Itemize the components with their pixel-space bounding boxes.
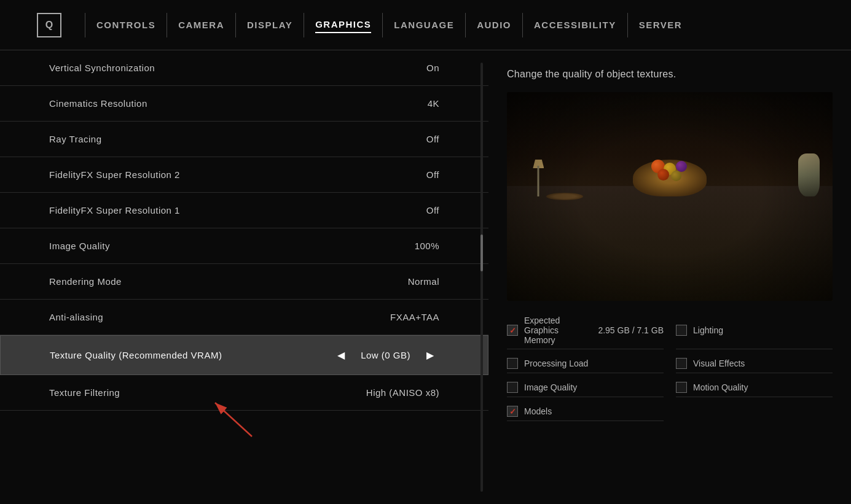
nav-divider-7 — [522, 13, 523, 37]
settings-row-2[interactable]: Ray TracingOff — [0, 122, 488, 157]
nav-divider-1 — [85, 13, 85, 37]
checkbox-box[interactable] — [507, 358, 518, 369]
nav-item-accessibility[interactable]: ACCESSIBILITY — [534, 17, 616, 33]
settings-row-8[interactable]: Texture Quality (Recommended VRAM)◀Low (… — [0, 335, 488, 375]
settings-label-5: Image Quality — [49, 241, 110, 251]
scrollbar-area[interactable] — [480, 50, 484, 504]
preview-image — [507, 92, 833, 301]
settings-row-7[interactable]: Anti-aliasingFXAA+TAA — [0, 300, 488, 335]
checkbox-label: Image Quality — [524, 382, 664, 392]
settings-row-1[interactable]: Cinematics Resolution4K — [0, 86, 488, 122]
checkbox-label: Models — [524, 406, 664, 416]
checkbox-row-processing-load[interactable]: Processing Load — [507, 354, 664, 373]
checkbox-box[interactable] — [507, 382, 518, 393]
scrollbar-track — [480, 63, 483, 492]
checkbox-box[interactable] — [676, 325, 687, 336]
scene-vignette — [507, 92, 833, 301]
settings-value-6: Normal — [408, 276, 439, 287]
settings-row-6[interactable]: Rendering ModeNormal — [0, 264, 488, 300]
settings-value-0: On — [426, 63, 439, 73]
checkbox-value: 2.95 GB / 7.1 GB — [598, 325, 664, 335]
checkbox-label: Processing Load — [524, 359, 664, 368]
checkmark-icon: ✓ — [509, 407, 516, 416]
nav-item-display[interactable]: DISPLAY — [247, 17, 292, 33]
nav-item-camera[interactable]: CAMERA — [178, 17, 224, 33]
checkmark-icon: ✓ — [509, 326, 516, 335]
settings-value-9: High (ANISO x8) — [366, 387, 439, 398]
settings-label-1: Cinematics Resolution — [49, 98, 147, 109]
settings-row-4[interactable]: FidelityFX Super Resolution 1Off — [0, 193, 488, 228]
checkbox-label: Expected Graphics Memory — [524, 316, 592, 345]
arrow-control: ◀Low (0 GB)▶ — [332, 347, 439, 363]
checkbox-box[interactable] — [676, 382, 687, 393]
settings-label-7: Anti-aliasing — [49, 312, 103, 322]
checkbox-row-models[interactable]: ✓Models — [507, 402, 664, 421]
settings-value-4: Off — [426, 205, 439, 215]
settings-label-0: Vertical Synchronization — [49, 63, 155, 73]
checkbox-row-motion-quality[interactable]: Motion Quality — [676, 378, 833, 397]
settings-value-2: Off — [426, 134, 439, 144]
top-nav: Q CONTROLS CAMERA DISPLAY GRAPHICS LANGU… — [0, 0, 851, 50]
nav-divider-2 — [167, 13, 167, 37]
nav-item-controls[interactable]: CONTROLS — [96, 17, 155, 33]
preview-description: Change the quality of object textures. — [507, 69, 833, 80]
settings-row-5[interactable]: Image Quality100% — [0, 228, 488, 264]
scrollbar-thumb — [480, 235, 483, 271]
settings-value-7: FXAA+TAA — [390, 312, 439, 322]
nav-item-language[interactable]: LANGUAGE — [394, 17, 454, 33]
settings-label-2: Ray Tracing — [49, 134, 102, 144]
nav-divider-8 — [627, 13, 628, 37]
nav-divider-5 — [382, 13, 383, 37]
checkbox-box[interactable]: ✓ — [507, 325, 518, 336]
left-panel: Vertical SynchronizationOnCinematics Res… — [0, 50, 488, 504]
nav-item-server[interactable]: SERVER — [639, 17, 682, 33]
settings-label-4: FidelityFX Super Resolution 1 — [49, 205, 180, 215]
checkboxes-panel: ✓Expected Graphics Memory2.95 GB / 7.1 G… — [507, 312, 833, 421]
settings-value-5: 100% — [415, 241, 439, 251]
right-panel: Change the quality of object textures. — [488, 50, 851, 504]
settings-value-3: Off — [426, 169, 439, 180]
checkbox-row-lighting[interactable]: Lighting — [676, 312, 833, 349]
nav-divider-4 — [304, 13, 304, 37]
settings-value-1: 4K — [428, 98, 439, 109]
nav-item-audio[interactable]: AUDIO — [477, 17, 511, 33]
settings-label-6: Rendering Mode — [49, 276, 122, 287]
settings-label-8: Texture Quality (Recommended VRAM) — [50, 350, 222, 360]
nav-logo-q[interactable]: Q — [37, 13, 61, 37]
settings-label-3: FidelityFX Super Resolution 2 — [49, 169, 180, 180]
settings-row-0[interactable]: Vertical SynchronizationOn — [0, 50, 488, 86]
main-content: Vertical SynchronizationOnCinematics Res… — [0, 50, 851, 504]
checkbox-row-expected-graphics-memory[interactable]: ✓Expected Graphics Memory2.95 GB / 7.1 G… — [507, 312, 664, 349]
checkbox-label: Lighting — [693, 325, 833, 335]
settings-row-3[interactable]: FidelityFX Super Resolution 2Off — [0, 157, 488, 193]
scene-background — [507, 92, 833, 301]
settings-list: Vertical SynchronizationOnCinematics Res… — [0, 50, 488, 411]
nav-divider-3 — [235, 13, 236, 37]
checkbox-box[interactable] — [676, 358, 687, 369]
settings-row-9[interactable]: Texture FilteringHigh (ANISO x8) — [0, 375, 488, 411]
checkbox-row-image-quality[interactable]: Image Quality — [507, 378, 664, 397]
settings-value-8: Low (0 GB) — [361, 350, 410, 360]
checkbox-label: Visual Effects — [693, 359, 833, 368]
checkbox-box[interactable]: ✓ — [507, 406, 518, 417]
arrow-right-btn[interactable]: ▶ — [422, 347, 439, 363]
settings-label-9: Texture Filtering — [49, 387, 120, 398]
nav-item-graphics[interactable]: GRAPHICS — [315, 17, 371, 33]
nav-divider-6 — [465, 13, 466, 37]
arrow-left-btn[interactable]: ◀ — [332, 347, 350, 363]
checkbox-row-visual-effects[interactable]: Visual Effects — [676, 354, 833, 373]
checkbox-label: Motion Quality — [693, 382, 833, 392]
